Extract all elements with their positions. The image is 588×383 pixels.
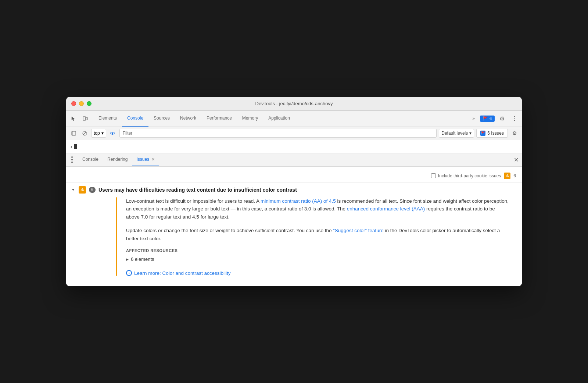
svg-rect-1 bbox=[86, 117, 87, 120]
clear-console-button[interactable] bbox=[80, 129, 89, 138]
issue-item: ▼ ⚠ 6 Users may have difficulties readin… bbox=[66, 182, 522, 284]
tab-sources[interactable]: Sources bbox=[148, 111, 175, 127]
tab-memory[interactable]: Memory bbox=[237, 111, 263, 127]
svg-rect-2 bbox=[72, 131, 76, 135]
filter-input[interactable] bbox=[119, 129, 437, 138]
third-party-cookie-row: Include third-party cookie issues ⚠ 6 bbox=[66, 170, 522, 182]
devtools-window: DevTools - jec.fyi/demo/cds-anchovy bbox=[66, 97, 522, 287]
more-options-button[interactable]: ⋮ bbox=[509, 113, 520, 124]
toolbar-right: » 🚩 6 ⚙ ⋮ bbox=[469, 113, 520, 124]
maximize-button[interactable] bbox=[87, 101, 92, 106]
levels-arrow-icon: ▾ bbox=[469, 131, 472, 136]
more-tabs-button[interactable]: » bbox=[469, 116, 478, 121]
toolbar-left-icons bbox=[68, 113, 90, 124]
learn-more-circle-icon: → bbox=[126, 270, 132, 276]
svg-rect-0 bbox=[83, 117, 86, 120]
learn-more-link[interactable]: → Learn more: Color and contrast accessi… bbox=[126, 270, 509, 276]
settings-button[interactable]: ⚙ bbox=[497, 113, 507, 124]
issue-border bbox=[116, 197, 117, 276]
devtools-body: Elements Console Sources Network Perform… bbox=[66, 111, 522, 287]
sub-tabs-menu-button[interactable] bbox=[68, 155, 76, 164]
aaa-conformance-link[interactable]: enhanced conformance level (AAA) bbox=[347, 206, 425, 212]
tab-network[interactable]: Network bbox=[175, 111, 201, 127]
issues-badge[interactable]: 🚩 6 bbox=[480, 116, 495, 122]
suggest-color-link[interactable]: “Suggest color” feature bbox=[333, 228, 383, 233]
tab-performance[interactable]: Performance bbox=[201, 111, 237, 127]
sub-tabs-bar: Console Rendering Issues ✕ ✕ bbox=[66, 153, 522, 167]
window-title: DevTools - jec.fyi/demo/cds-anchovy bbox=[255, 101, 333, 106]
console-cursor bbox=[74, 144, 77, 149]
context-selector[interactable]: top ▾ bbox=[91, 129, 106, 138]
main-toolbar: Elements Console Sources Network Perform… bbox=[66, 111, 522, 127]
close-button[interactable] bbox=[71, 101, 76, 106]
inspect-element-button[interactable] bbox=[68, 113, 79, 124]
issue-header[interactable]: ▼ ⚠ 6 Users may have difficulties readin… bbox=[66, 182, 522, 197]
affected-resources: AFFECTED RESOURCES ▶ 6 elements bbox=[126, 248, 509, 263]
issue-title: Users may have difficulties reading text… bbox=[98, 187, 297, 193]
affected-resources-label: AFFECTED RESOURCES bbox=[126, 248, 509, 253]
title-bar: DevTools - jec.fyi/demo/cds-anchovy bbox=[66, 97, 522, 111]
main-tabs: Elements Console Sources Network Perform… bbox=[93, 111, 469, 127]
console-input-area: › bbox=[66, 140, 522, 153]
issue-description-1: Low-contrast text is difficult or imposs… bbox=[126, 197, 509, 221]
include-third-party-label[interactable]: Include third-party cookie issues bbox=[431, 173, 501, 178]
aa-contrast-link[interactable]: minimum contrast ratio (AA) of 4.5 bbox=[261, 198, 336, 204]
close-issues-tab-button[interactable]: ✕ bbox=[151, 157, 155, 162]
elements-row[interactable]: ▶ 6 elements bbox=[126, 256, 509, 263]
warning-icon: ⚠ bbox=[506, 174, 509, 178]
issues-count-button[interactable]: 🚩 6 Issues bbox=[476, 129, 508, 138]
dropdown-arrow-icon: ▾ bbox=[101, 131, 104, 136]
show-live-expression-button[interactable]: 👁 bbox=[108, 129, 117, 138]
tab-elements[interactable]: Elements bbox=[93, 111, 122, 127]
console-toolbar: top ▾ 👁 Default levels ▾ 🚩 6 Issues ⚙ bbox=[66, 127, 522, 140]
issues-flag-icon: 🚩 bbox=[483, 116, 488, 121]
chevron-down-icon: ▼ bbox=[71, 188, 76, 192]
device-toggle-button[interactable] bbox=[80, 113, 90, 124]
issues-flag-small-icon: 🚩 bbox=[480, 131, 485, 136]
sub-tab-issues[interactable]: Issues ✕ bbox=[132, 153, 159, 166]
console-sidebar-button[interactable] bbox=[69, 129, 78, 138]
tab-application[interactable]: Application bbox=[263, 111, 295, 127]
issues-panel: Include third-party cookie issues ⚠ 6 ▼ … bbox=[66, 167, 522, 287]
console-settings-button[interactable]: ⚙ bbox=[510, 129, 519, 138]
sub-tab-console[interactable]: Console bbox=[78, 153, 103, 166]
log-levels-button[interactable]: Default levels ▾ bbox=[439, 129, 474, 138]
tab-console[interactable]: Console bbox=[122, 111, 148, 127]
issue-description-2: Update colors or change the font size or… bbox=[126, 227, 509, 242]
include-third-party-checkbox[interactable] bbox=[431, 173, 436, 178]
warning-count-badge: ⚠ bbox=[504, 173, 510, 179]
triangle-right-icon: ▶ bbox=[126, 258, 129, 261]
issue-count-badge: 6 bbox=[89, 187, 96, 193]
sub-tab-rendering[interactable]: Rendering bbox=[103, 153, 132, 166]
close-drawer-button[interactable]: ✕ bbox=[512, 155, 520, 164]
issue-content: Low-contrast text is difficult or imposs… bbox=[126, 197, 516, 276]
traffic-lights bbox=[71, 101, 92, 106]
minimize-button[interactable] bbox=[79, 101, 84, 106]
console-prompt-icon: › bbox=[71, 144, 72, 149]
issue-content-wrapper: Low-contrast text is difficult or imposs… bbox=[66, 197, 522, 284]
svg-line-5 bbox=[83, 132, 86, 135]
issue-warning-icon: ⚠ bbox=[79, 186, 86, 194]
